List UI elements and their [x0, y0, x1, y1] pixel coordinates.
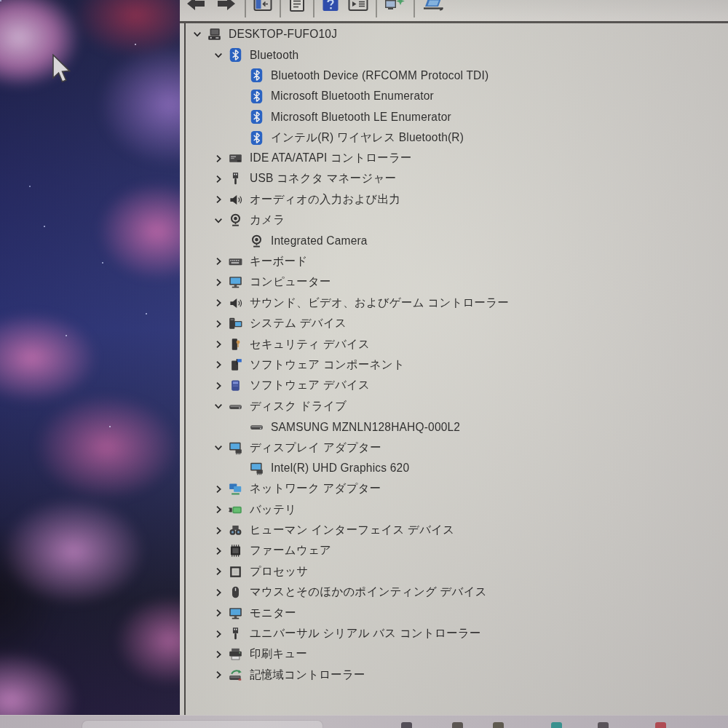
chevron-right-icon[interactable] — [209, 256, 228, 266]
chevron-right-icon[interactable] — [209, 566, 228, 577]
tree-item-label: カメラ — [250, 213, 285, 228]
tree-item[interactable]: Integrated Camera — [186, 231, 728, 251]
properties-button[interactable] — [284, 0, 310, 15]
tree-item[interactable]: Microsoft Bluetooth LE Enumerator — [186, 107, 728, 127]
chevron-right-icon[interactable] — [209, 526, 228, 536]
taskbar-app-3[interactable] — [493, 722, 504, 728]
chevron-right-icon[interactable] — [209, 298, 228, 308]
chevron-down-icon[interactable] — [188, 29, 207, 39]
taskbar-app-1[interactable] — [401, 722, 412, 728]
tree-item[interactable]: インテル(R) ワイヤレス Bluetooth(R) — [186, 127, 728, 148]
tree-item[interactable]: ディスク ドライブ — [186, 396, 728, 416]
tree-item[interactable]: セキュリティ デバイス — [186, 334, 728, 355]
chevron-right-icon[interactable] — [209, 154, 228, 164]
tree-item-label: SAMSUNG MZNLN128HAHQ-000L2 — [271, 420, 460, 433]
mouse-icon — [228, 586, 243, 599]
usb-icon — [228, 173, 243, 186]
tree-item[interactable]: 記憶域コントローラー — [186, 665, 728, 685]
tree-item[interactable]: Microsoft Bluetooth Enumerator — [186, 86, 728, 106]
properties-icon — [288, 0, 306, 16]
taskbar-app-5[interactable] — [598, 722, 609, 728]
chevron-right-icon[interactable] — [209, 546, 228, 556]
back-button[interactable] — [181, 0, 211, 15]
network-adapter-icon — [228, 483, 243, 496]
tree-item[interactable]: オーディオの入力および出力 — [186, 189, 728, 210]
firmware-icon — [228, 545, 243, 558]
chevron-right-icon[interactable] — [209, 629, 228, 639]
tree-item[interactable]: サウンド、ビデオ、およびゲーム コントローラー — [186, 293, 728, 313]
chevron-right-icon[interactable] — [209, 339, 228, 349]
tree-item[interactable]: ファームウェア — [186, 541, 728, 561]
update-driver-button[interactable] — [418, 0, 451, 15]
tree-item[interactable]: Bluetooth Device (RFCOMM Protocol TDI) — [186, 66, 728, 86]
taskbar-app-6[interactable] — [655, 722, 666, 728]
forward-button[interactable] — [211, 0, 242, 15]
chevron-right-icon[interactable] — [209, 484, 228, 494]
tree-item[interactable]: IDE ATA/ATAPI コントローラー — [186, 148, 728, 168]
tree-item-label: セキュリティ デバイス — [250, 336, 370, 352]
tree-item[interactable]: Bluetooth — [186, 44, 728, 65]
computer-root-icon — [207, 28, 222, 41]
tree-item[interactable]: SAMSUNG MZNLN128HAHQ-000L2 — [186, 416, 728, 437]
tree-item[interactable]: プロセッサ — [186, 561, 728, 582]
scan-hardware-changes-button[interactable] — [380, 0, 411, 15]
tree-item[interactable]: Intel(R) UHD Graphics 620 — [186, 458, 728, 478]
tree-item[interactable]: ネットワーク アダプター — [186, 479, 728, 499]
chevron-right-icon[interactable] — [209, 670, 228, 680]
show-hide-console-tree-button[interactable] — [249, 0, 277, 15]
usb-icon — [228, 628, 243, 641]
help-button[interactable] — [317, 0, 344, 15]
tree-item[interactable]: DESKTOP-FUFO10J — [186, 24, 728, 44]
chevron-right-icon[interactable] — [209, 360, 228, 370]
tree-item[interactable]: モニター — [186, 603, 728, 623]
tree-item[interactable]: ソフトウェア デバイス — [186, 376, 728, 396]
tree-item[interactable]: ヒューマン インターフェイス デバイス — [186, 520, 728, 540]
tree-item[interactable]: ユニバーサル シリアル バス コントローラー — [186, 623, 728, 644]
taskbar-search[interactable] — [82, 720, 323, 728]
chevron-right-icon[interactable] — [209, 505, 228, 515]
tree-item-label: Bluetooth — [250, 48, 298, 61]
tree-item-label: 記憶域コントローラー — [250, 668, 365, 683]
tree-item[interactable]: コンピューター — [186, 272, 728, 293]
toolbar-separator — [280, 0, 281, 17]
taskbar-app-4[interactable] — [551, 722, 562, 728]
chevron-right-icon[interactable] — [209, 194, 228, 205]
tree-item-label: USB コネクタ マネージャー — [250, 171, 396, 186]
help-icon — [322, 0, 339, 16]
toolbar-separator — [414, 0, 415, 17]
tree-item[interactable]: バッテリ — [186, 499, 728, 520]
chevron-right-icon[interactable] — [209, 608, 228, 618]
tree-item-label: コンピューター — [250, 274, 331, 290]
chevron-right-icon[interactable] — [209, 277, 228, 288]
desktop-wallpaper — [0, 0, 180, 716]
taskbar-app-2[interactable] — [452, 722, 463, 728]
tree-item[interactable]: 印刷キュー — [186, 644, 728, 665]
tree-item-label: Integrated Camera — [271, 234, 368, 248]
forward-arrow-icon — [215, 0, 237, 16]
chevron-right-icon[interactable] — [209, 319, 228, 329]
show-in-new-window-button[interactable] — [344, 0, 373, 15]
chevron-right-icon[interactable] — [209, 649, 228, 660]
tree-item[interactable]: ソフトウェア コンポーネント — [186, 355, 728, 375]
tree-item-label: マウスとそのほかのポインティング デバイス — [250, 585, 487, 600]
tree-item[interactable]: システム デバイス — [186, 313, 728, 333]
chevron-right-icon[interactable] — [209, 587, 228, 598]
update-driver-icon — [422, 0, 447, 16]
chevron-right-icon[interactable] — [209, 381, 228, 391]
tree-item[interactable]: ディスプレイ アダプター — [186, 438, 728, 458]
device-tree: DESKTOP-FUFO10JBluetoothBluetooth Device… — [184, 23, 728, 716]
monitor-icon — [228, 276, 243, 289]
tree-item-label: ユニバーサル シリアル バス コントローラー — [250, 626, 481, 641]
camera-icon — [228, 214, 243, 227]
chevron-down-icon[interactable] — [209, 215, 228, 226]
tree-item[interactable]: カメラ — [186, 210, 728, 231]
chevron-down-icon[interactable] — [209, 401, 228, 411]
tree-item[interactable]: USB コネクタ マネージャー — [186, 169, 728, 189]
tree-item[interactable]: マウスとそのほかのポインティング デバイス — [186, 582, 728, 603]
wallpaper-speckles — [0, 0, 1, 1]
chevron-down-icon[interactable] — [209, 50, 228, 60]
chevron-down-icon[interactable] — [209, 443, 228, 453]
tree-item[interactable]: キーボード — [186, 251, 728, 272]
chevron-right-icon[interactable] — [209, 174, 228, 184]
hid-icon — [228, 524, 243, 537]
